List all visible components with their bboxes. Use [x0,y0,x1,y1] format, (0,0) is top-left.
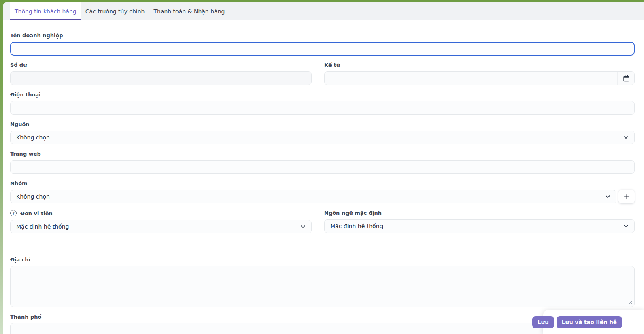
since-date-wrap [324,71,635,85]
plus-icon [623,193,630,200]
website-label: Trang web [10,151,635,157]
chevron-down-icon [623,223,629,229]
currency-label: Đơn vị tiền [20,210,53,216]
company-input-wrap [10,42,635,56]
row-balance-since: Số dư Kể từ [10,62,635,85]
phone-label: Điện thoại [10,92,635,98]
field-phone: Điện thoại [10,92,635,115]
field-groups: Nhóm Không chọn [10,180,635,203]
groups-row: Không chọn [10,190,635,203]
source-label: Nguồn [10,121,635,127]
tab-custom-fields-label: Các trường tùy chỉnh [85,8,145,15]
since-label: Kể từ [324,62,635,68]
tab-billing-shipping-label: Thanh toán & Nhận hàng [153,8,225,15]
field-source: Nguồn Không chọn [10,121,635,144]
source-select-value: Không chọn [16,134,50,141]
language-label: Ngôn ngữ mặc định [324,210,635,216]
save-and-create-contact-button[interactable]: Lưu và tạo liên hệ [557,316,622,328]
currency-select[interactable]: Mặc định hệ thống [10,220,312,233]
form-content: Tên doanh nghiệp Số dư Kể từ [3,20,644,334]
field-address: Địa chỉ [10,257,635,307]
groups-select-value: Không chọn [16,193,50,200]
section-divider [10,251,635,251]
balance-input[interactable] [10,71,312,85]
tab-custom-fields[interactable]: Các trường tùy chỉnh [81,2,149,20]
form-tabs: Thông tin khách hàng Các trường tùy chỉn… [3,2,644,20]
field-company: Tên doanh nghiệp [10,32,635,56]
save-button[interactable]: Lưu [532,316,554,328]
groups-label: Nhóm [10,180,635,186]
field-balance: Số dư [10,62,312,85]
language-select[interactable]: Mặc định hệ thống [324,219,635,233]
currency-select-value: Mặc định hệ thống [16,223,69,230]
tab-customer-info-label: Thông tin khách hàng [15,8,77,15]
phone-input[interactable] [10,101,635,115]
tab-customer-info[interactable]: Thông tin khách hàng [10,2,81,20]
since-date-input[interactable] [324,71,635,85]
save-action-bar: Lưu Lưu và tạo liên hệ [543,310,644,334]
text-caret [17,45,17,52]
company-input[interactable] [11,43,634,55]
chevron-down-icon [605,194,611,200]
field-since: Kể từ [324,62,635,85]
chevron-down-icon [300,224,306,230]
website-input[interactable] [10,160,635,174]
field-currency: ? Đơn vị tiền Mặc định hệ thống [10,210,312,233]
add-group-button[interactable] [618,190,635,203]
customer-form-panel: Thông tin khách hàng Các trường tùy chỉn… [3,2,644,334]
currency-label-row: ? Đơn vị tiền [10,210,312,216]
field-language: Ngôn ngữ mặc định Mặc định hệ thống [324,210,635,233]
source-select[interactable]: Không chọn [10,131,635,144]
tab-billing-shipping[interactable]: Thanh toán & Nhận hàng [149,2,229,20]
row-currency-language: ? Đơn vị tiền Mặc định hệ thống Ngôn ngữ… [10,210,635,233]
calendar-icon[interactable] [617,72,635,85]
address-textarea[interactable] [10,266,635,307]
language-select-value: Mặc định hệ thống [330,223,383,229]
chevron-down-icon [623,135,629,141]
company-label: Tên doanh nghiệp [10,32,635,39]
address-textarea-wrap [10,266,635,307]
groups-select[interactable]: Không chọn [10,190,616,203]
balance-label: Số dư [10,62,312,68]
field-website: Trang web [10,151,635,174]
help-icon[interactable]: ? [10,210,17,216]
address-label: Địa chỉ [10,257,635,263]
